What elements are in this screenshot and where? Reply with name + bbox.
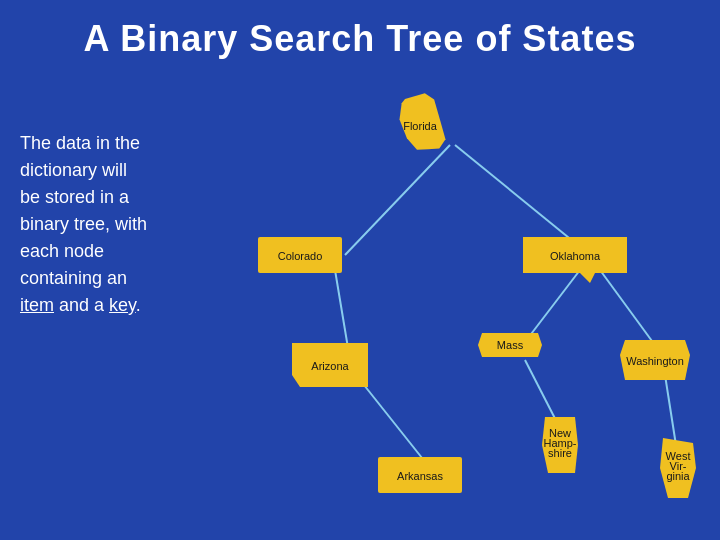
colorado-node: Colorado: [258, 237, 342, 273]
item-link[interactable]: item: [20, 295, 54, 315]
period: .: [136, 295, 141, 315]
key-link[interactable]: key: [109, 295, 136, 315]
svg-text:Mass: Mass: [497, 339, 524, 351]
svg-line-3: [525, 270, 580, 342]
svg-line-6: [525, 360, 565, 438]
svg-line-2: [335, 270, 350, 360]
svg-line-1: [455, 145, 590, 255]
svg-text:ginia: ginia: [666, 470, 690, 482]
svg-text:shire: shire: [548, 447, 572, 459]
svg-text:Arkansas: Arkansas: [397, 470, 443, 482]
svg-line-7: [665, 375, 678, 458]
svg-rect-10: [258, 237, 342, 273]
washington-node: Washington: [620, 340, 690, 380]
desc-line6: containing an: [20, 268, 127, 288]
svg-text:Hamp-: Hamp-: [543, 437, 576, 449]
svg-marker-12: [523, 237, 627, 283]
svg-line-0: [345, 145, 450, 255]
desc-line3: be stored in a: [20, 187, 129, 207]
svg-marker-26: [660, 438, 696, 498]
svg-marker-20: [542, 417, 578, 473]
svg-line-5: [360, 380, 430, 468]
svg-text:West: West: [666, 450, 691, 462]
svg-text:Washington: Washington: [626, 355, 684, 367]
arkansas-node: Arkansas: [378, 457, 462, 493]
mass-node: Mass: [478, 333, 542, 357]
svg-text:Colorado: Colorado: [278, 250, 323, 262]
svg-text:New: New: [549, 427, 571, 439]
svg-text:Florida: Florida: [403, 120, 438, 132]
svg-line-4: [600, 270, 660, 352]
page-title: A Binary Search Tree of States: [0, 0, 720, 60]
svg-rect-24: [378, 457, 462, 493]
svg-marker-18: [620, 340, 690, 380]
desc-line1: The data in the: [20, 133, 140, 153]
svg-marker-16: [478, 333, 542, 357]
and-text: and a: [54, 295, 109, 315]
svg-text:Vir-: Vir-: [670, 460, 687, 472]
west-virginia-node: West Vir- ginia: [660, 438, 696, 498]
arizona-node: Arizona: [292, 343, 368, 387]
description-text: The data in the dictionary will be store…: [20, 130, 240, 319]
svg-marker-14: [292, 343, 368, 387]
oklahoma-node: Oklahoma: [523, 237, 627, 283]
svg-text:Oklahoma: Oklahoma: [550, 250, 601, 262]
svg-marker-8: [389, 87, 456, 160]
desc-line2: dictionary will: [20, 160, 127, 180]
svg-text:Arizona: Arizona: [311, 360, 349, 372]
desc-line5: each node: [20, 241, 104, 261]
new-hampshire-node: New Hamp- shire: [542, 417, 578, 473]
desc-line4: binary tree, with: [20, 214, 147, 234]
